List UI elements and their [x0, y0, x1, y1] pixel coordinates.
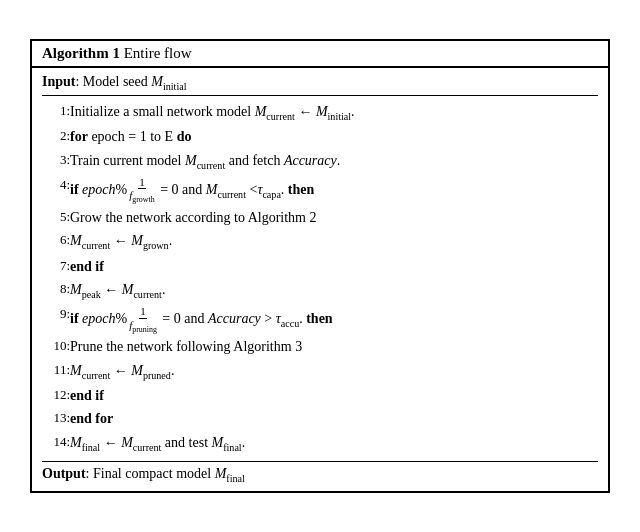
line-content-12: end if	[70, 385, 598, 408]
line-11: 11: Mcurrent ← Mpruned.	[42, 359, 598, 384]
algorithm-box: Algorithm 1 Entire flow Input: Model see…	[30, 39, 610, 494]
line-num-4: 4:	[42, 175, 70, 207]
algorithm-lines: 1: Initialize a small network model Mcur…	[42, 100, 598, 456]
line-content-14: Mfinal ← Mcurrent and test Mfinal.	[70, 431, 598, 456]
line-13: 13: end for	[42, 408, 598, 431]
line-content-7: end if	[70, 255, 598, 278]
line-num-14: 14:	[42, 431, 70, 456]
input-text: : Model seed Minitial	[75, 74, 186, 89]
line-content-13: end for	[70, 408, 598, 431]
line-num-9: 9:	[42, 304, 70, 336]
line-6: 6: Mcurrent ← Mgrown.	[42, 230, 598, 255]
algorithm-title: Entire flow	[124, 45, 192, 61]
line-content-9: if epoch%1fpruning = 0 and Accuracy > τa…	[70, 304, 598, 336]
line-content-2: for epoch = 1 to E do	[70, 126, 598, 149]
line-num-2: 2:	[42, 126, 70, 149]
line-num-10: 10:	[42, 336, 70, 359]
line-content-8: Mpeak ← Mcurrent.	[70, 279, 598, 304]
output-line: Output: Final compact model Mfinal	[42, 461, 598, 484]
input-line: Input: Model seed Minitial	[42, 74, 598, 97]
line-14: 14: Mfinal ← Mcurrent and test Mfinal.	[42, 431, 598, 456]
line-content-3: Train current model Mcurrent and fetch A…	[70, 149, 598, 174]
line-num-11: 11:	[42, 359, 70, 384]
line-8: 8: Mpeak ← Mcurrent.	[42, 279, 598, 304]
output-text: : Final compact model Mfinal	[86, 466, 245, 481]
algorithm-number: Algorithm 1	[42, 45, 120, 61]
line-content-1: Initialize a small network model Mcurren…	[70, 100, 598, 125]
line-content-4: if epoch%1fgrowth = 0 and Mcurrent <τcap…	[70, 175, 598, 207]
line-num-12: 12:	[42, 385, 70, 408]
line-content-10: Prune the network following Algorithm 3	[70, 336, 598, 359]
line-num-6: 6:	[42, 230, 70, 255]
line-num-3: 3:	[42, 149, 70, 174]
line-9: 9: if epoch%1fpruning = 0 and Accuracy >…	[42, 304, 598, 336]
algorithm-body: Input: Model seed Minitial 1: Initialize…	[32, 68, 608, 492]
line-content-11: Mcurrent ← Mpruned.	[70, 359, 598, 384]
line-content-6: Mcurrent ← Mgrown.	[70, 230, 598, 255]
line-num-5: 5:	[42, 207, 70, 230]
algorithm-header: Algorithm 1 Entire flow	[32, 41, 608, 68]
line-num-13: 13:	[42, 408, 70, 431]
line-5: 5: Grow the network according to Algorit…	[42, 207, 598, 230]
line-4: 4: if epoch%1fgrowth = 0 and Mcurrent <τ…	[42, 175, 598, 207]
line-num-8: 8:	[42, 279, 70, 304]
input-label: Input	[42, 74, 75, 89]
line-7: 7: end if	[42, 255, 598, 278]
output-label: Output	[42, 466, 86, 481]
line-3: 3: Train current model Mcurrent and fetc…	[42, 149, 598, 174]
line-num-7: 7:	[42, 255, 70, 278]
line-10: 10: Prune the network following Algorith…	[42, 336, 598, 359]
line-num-1: 1:	[42, 100, 70, 125]
line-content-5: Grow the network according to Algorithm …	[70, 207, 598, 230]
line-1: 1: Initialize a small network model Mcur…	[42, 100, 598, 125]
line-12: 12: end if	[42, 385, 598, 408]
line-2: 2: for epoch = 1 to E do	[42, 126, 598, 149]
